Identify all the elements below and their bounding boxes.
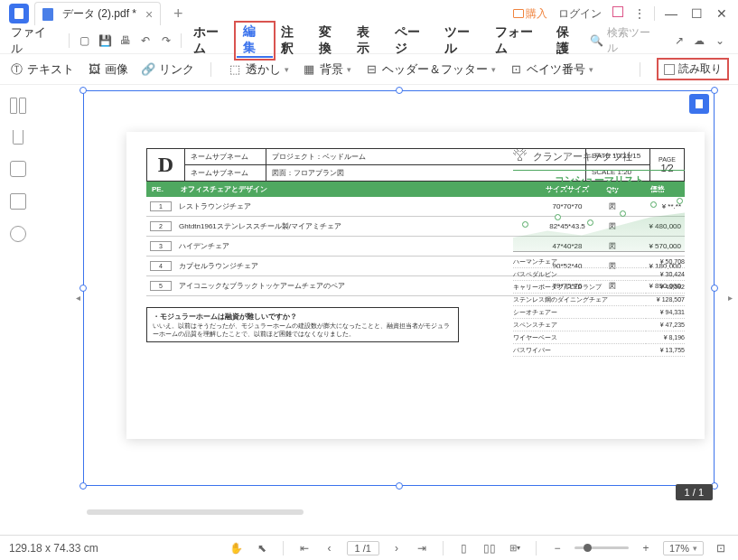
redo-icon[interactable]: ↷ xyxy=(156,31,175,51)
zoom-out-icon[interactable]: − xyxy=(549,540,565,556)
hand-tool-icon[interactable]: ✋ xyxy=(229,540,245,556)
tool-background[interactable]: ▦背景▾ xyxy=(302,61,351,78)
cart-icon xyxy=(513,9,524,18)
open-icon[interactable]: ▢ xyxy=(75,31,94,51)
close-window-button[interactable]: ✕ xyxy=(709,6,734,21)
list-item: ワイヤーベース¥ 8,196 xyxy=(513,331,685,344)
menu-form[interactable]: フォーム xyxy=(489,24,548,57)
list-item: シーオチェアー¥ 94,331 xyxy=(513,306,685,319)
document-tab[interactable]: データ (2).pdf * × xyxy=(34,2,161,25)
menu-annotate[interactable]: 注釈 xyxy=(275,24,311,57)
single-page-icon[interactable]: ▯ xyxy=(456,540,472,556)
brand: 𐂷クランアーキテクツ社 xyxy=(513,148,685,164)
tool-bates[interactable]: ⊡ベイツ番号▾ xyxy=(509,61,593,78)
kebab-menu[interactable]: ⋮ xyxy=(629,1,650,26)
attachment-icon[interactable] xyxy=(10,193,26,210)
prev-page-arrow[interactable]: ◂ xyxy=(76,293,80,303)
dimensions-readout: 129.18 x 74.33 cm xyxy=(9,542,98,555)
undo-icon[interactable]: ↶ xyxy=(136,31,155,51)
menu-protect[interactable]: 保護 xyxy=(550,24,586,57)
menu-view[interactable]: 表示 xyxy=(350,24,387,57)
notification-icon[interactable] xyxy=(607,1,629,26)
menu-home[interactable]: ホーム xyxy=(187,24,235,57)
bookmark-icon[interactable] xyxy=(13,130,23,145)
tool-link[interactable]: 🔗リンク xyxy=(141,61,194,78)
note-box: ・モジュラーホームは融資が難しいですか？ いいえ。以前はそうだったが、モジュラー… xyxy=(146,307,459,342)
stool-icon: 𐂷 xyxy=(513,148,528,164)
cloud-icon[interactable]: ☁ xyxy=(690,31,709,51)
tab-title: データ (2).pdf * xyxy=(62,6,136,22)
share-icon[interactable]: ↗ xyxy=(670,31,689,51)
list-item: バスワイパー¥ 13,755 xyxy=(513,344,685,357)
h-scrollbar[interactable] xyxy=(87,509,304,515)
maximize-button[interactable]: ☐ xyxy=(684,6,709,21)
chevron-down-icon[interactable]: ⌄ xyxy=(711,31,730,51)
first-page-icon[interactable]: ⇤ xyxy=(296,540,313,556)
thumbnails-icon[interactable] xyxy=(10,98,26,114)
zoom-dropdown[interactable]: 17%▾ xyxy=(663,541,704,555)
search-panel-icon[interactable] xyxy=(10,226,26,242)
fit-page-icon[interactable]: ⊡ xyxy=(713,540,729,556)
list-item: ステンレス鋼のダイニングチェア¥ 128,507 xyxy=(513,294,685,306)
watermark-icon: ⬚ xyxy=(228,62,242,77)
two-page-icon[interactable]: ▯▯ xyxy=(481,540,498,556)
mini-table: ハーマンチェア¥ 50,708バスペダルビン¥ 30,424キャリーポータブルL… xyxy=(513,256,685,357)
consumer-title: コンシューマリスト xyxy=(513,170,685,191)
tool-header-footer[interactable]: ⊟ヘッダー＆フッター▾ xyxy=(364,61,496,78)
mini-chart xyxy=(513,194,685,252)
next-page-icon[interactable]: › xyxy=(388,540,405,556)
minimize-button[interactable]: — xyxy=(659,6,684,21)
menu-tool[interactable]: ツール xyxy=(438,24,486,57)
next-page-arrow[interactable]: ▸ xyxy=(728,293,733,303)
list-item: キャリーポータブルLEDランプ¥ 43,592 xyxy=(513,281,685,294)
print-icon[interactable]: 🖶 xyxy=(116,31,135,51)
background-icon: ▦ xyxy=(302,62,316,77)
save-icon[interactable]: 💾 xyxy=(96,31,115,51)
login-button[interactable]: ログイン xyxy=(553,1,607,26)
tool-read[interactable]: 読み取り xyxy=(657,58,729,80)
canvas[interactable]: ◂ ▸ D ネームサブネームプロジェクト：ベッドルームDATE 10/11/15 xyxy=(36,85,738,535)
zoom-slider[interactable] xyxy=(575,546,629,549)
logo-d: D xyxy=(147,149,185,181)
search-tool[interactable]: 🔍検索ツール xyxy=(590,25,657,56)
last-page-icon[interactable]: ⇥ xyxy=(414,540,430,556)
document-page: D ネームサブネームプロジェクト：ベッドルームDATE 10/11/15 ネーム… xyxy=(126,132,705,439)
grid-page-icon[interactable]: ⊞▾ xyxy=(507,540,523,556)
purchase-button[interactable]: 購入 xyxy=(508,1,553,26)
file-menu[interactable]: ファイル xyxy=(2,24,63,57)
select-tool-icon[interactable]: ⬉ xyxy=(254,540,270,556)
link-icon: 🔗 xyxy=(141,62,155,77)
menu-edit[interactable]: 編集 xyxy=(237,23,273,58)
prev-page-icon[interactable]: ‹ xyxy=(322,540,338,556)
search-icon: 🔍 xyxy=(590,34,603,47)
list-item: スペンスチェア¥ 47,235 xyxy=(513,319,685,331)
app-logo[interactable] xyxy=(9,4,29,23)
zoom-in-icon[interactable]: + xyxy=(638,540,654,556)
tool-watermark[interactable]: ⬚透かし▾ xyxy=(228,61,289,78)
tool-image[interactable]: 🖼画像 xyxy=(87,61,128,78)
page-indicator: 1 / 1 xyxy=(676,484,713,500)
page-input[interactable]: 1 /1 xyxy=(347,541,379,555)
checkbox-icon xyxy=(664,64,675,75)
tool-text[interactable]: Ⓣテキスト xyxy=(9,61,74,78)
list-item: バスペダルビン¥ 30,424 xyxy=(513,268,685,281)
pdf-badge-icon[interactable] xyxy=(689,94,709,114)
text-icon: Ⓣ xyxy=(9,62,23,77)
close-tab-icon[interactable]: × xyxy=(145,7,153,22)
image-icon: 🖼 xyxy=(87,62,101,77)
menu-convert[interactable]: 変換 xyxy=(313,24,349,57)
side-panel xyxy=(0,85,36,535)
new-tab-button[interactable]: + xyxy=(166,2,190,25)
bates-icon: ⊡ xyxy=(509,62,523,77)
menu-page[interactable]: ページ xyxy=(388,24,436,57)
header-footer-icon: ⊟ xyxy=(364,62,378,77)
list-item: ハーマンチェア¥ 50,708 xyxy=(513,256,685,268)
comment-icon[interactable] xyxy=(10,161,26,177)
doc-icon xyxy=(42,8,53,21)
